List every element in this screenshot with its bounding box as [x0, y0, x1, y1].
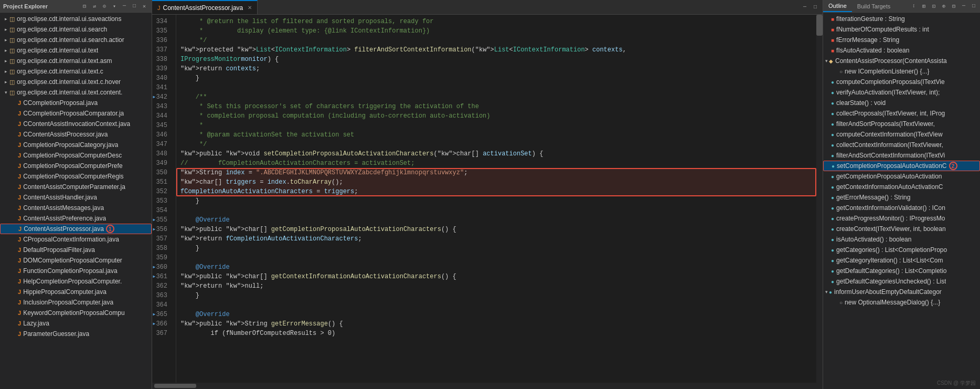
editor-tab-active[interactable]: J ContentAssistProcessor.java ✕	[152, 0, 258, 14]
outline-item[interactable]: ▾●informUserAboutEmptyDefaultCategor	[823, 287, 980, 297]
outline-item[interactable]: ●computeContextInformation(ITextView	[823, 129, 980, 140]
outline-item[interactable]: ○new OptionalMessageDialog() {...}	[823, 297, 980, 308]
tree-item[interactable]: JContentAssistHandler.java	[0, 192, 152, 203]
outline-item[interactable]: ●computeCompletionProposals(ITextVie	[823, 77, 980, 87]
outline-tree: ■fIterationGesture : String■fNumberOfCom…	[823, 13, 980, 389]
outline-item[interactable]: ■fErrorMessage : String	[823, 35, 980, 45]
code-line: * @return the list of filtered and sorte…	[180, 17, 816, 26]
outline-item[interactable]: ●createContext(ITextViewer, int, boolean	[823, 224, 980, 234]
tree-item[interactable]: JContentAssistMessages.java	[0, 203, 152, 213]
tree-item[interactable]: JCompletionProposalCategory.java	[0, 140, 152, 150]
outline-item[interactable]: ●getDefaultCategoriesUnchecked() : List	[823, 276, 980, 287]
outline-item-icon: ●	[831, 121, 834, 127]
outline-item-label: fIterationGesture : String	[836, 15, 905, 23]
outline-item[interactable]: ●getContextInformationValidator() : ICon	[823, 203, 980, 213]
outline-item[interactable]: ●getCompletionProposalAutoActivation	[823, 171, 980, 182]
outline-item[interactable]: ●clearState() : void	[823, 98, 980, 108]
editor-minimize-icon[interactable]: ─	[801, 3, 809, 12]
outline-item[interactable]: ■fNumberOfComputedResults : int	[823, 24, 980, 35]
tree-item[interactable]: JDOMCompletionProposalComputer	[0, 255, 152, 266]
outline-item[interactable]: ●createProgressMonitor() : IProgressMo	[823, 213, 980, 224]
outline-expand-all-icon[interactable]: ⊕	[940, 2, 948, 10]
link-editor-icon[interactable]: ⇌	[90, 2, 99, 10]
outline-item-label: getContextInformationValidator() : ICon	[836, 204, 945, 212]
tree-item[interactable]: JHelpCompletionProposalComputer.	[0, 276, 152, 287]
editor-scrollbar[interactable]	[816, 15, 823, 383]
editor-tab-close[interactable]: ✕	[248, 5, 252, 10]
outline-maximize-icon[interactable]: □	[970, 2, 978, 10]
outline-item[interactable]: ●isAutoActivated() : boolean	[823, 234, 980, 245]
outline-hide-static-icon[interactable]: ⊡	[930, 2, 938, 10]
maximize-icon[interactable]: □	[130, 2, 139, 10]
outline-item[interactable]: ○new ICompletionListener() {...}	[823, 66, 980, 77]
line-number: ▸360	[152, 262, 172, 272]
tree-item[interactable]: ▸◫org.eclipse.cdt.internal.ui.search	[0, 24, 152, 35]
outline-item[interactable]: ●collectContextInformation(ITextViewer,	[823, 140, 980, 150]
tree-item[interactable]: ▸◫org.eclipse.cdt.internal.ui.text.asm	[0, 56, 152, 66]
tree-item[interactable]: JKeywordCompletionProposalCompu	[0, 308, 152, 318]
tree-expand-arrow: ▸	[2, 79, 9, 85]
minimize-icon[interactable]: ─	[120, 2, 129, 10]
editor-maximize-icon[interactable]: □	[811, 3, 819, 12]
tree-item[interactable]: JInclusionProposalComputer.java	[0, 297, 152, 308]
outline-item[interactable]: ●getCategories() : List<CompletionPropo	[823, 245, 980, 255]
tree-item[interactable]: JCContentAssistProcessor.java	[0, 129, 152, 140]
tree-expand-arrow: ▾	[2, 90, 9, 95]
menu-icon[interactable]: ▾	[110, 2, 119, 10]
tree-item[interactable]: ▸◫org.eclipse.cdt.internal.ui.text	[0, 45, 152, 56]
tree-item[interactable]: ▸◫org.eclipse.cdt.internal.ui.search.act…	[0, 35, 152, 45]
outline-item-label: createContext(ITextViewer, int, boolean	[836, 225, 946, 233]
tree-item[interactable]: JCCompletionProposalComparator.ja	[0, 108, 152, 119]
editor-hscrollbar[interactable]	[152, 383, 823, 389]
outline-collapse-all-icon[interactable]: ⊟	[950, 2, 958, 10]
outline-item[interactable]: ●getCategoryIteration() : List<List<Com	[823, 255, 980, 266]
outline-item[interactable]: ●getContextInformationAutoActivationC	[823, 182, 980, 192]
tree-item[interactable]: JContentAssistProcessor.java1	[0, 224, 152, 234]
tree-item[interactable]: ▸◫org.eclipse.cdt.internal.ui.saveaction…	[0, 14, 152, 24]
outline-item[interactable]: ■fIsAutoActivated : boolean	[823, 45, 980, 56]
outline-item[interactable]: ●collectProposals(ITextViewer, int, IPro…	[823, 108, 980, 119]
tree-item[interactable]: JContentAssistPreference.java	[0, 213, 152, 224]
outline-item-label: computeCompletionProposals(ITextVie	[836, 78, 945, 86]
outline-item[interactable]: ●verifyAutoActivation(ITextViewer, int);	[823, 87, 980, 98]
outline-minimize-icon[interactable]: ─	[960, 2, 968, 10]
tree-item[interactable]: JHippieProposalComputer.java	[0, 287, 152, 297]
tree-item[interactable]: JCompletionProposalComputerRegis	[0, 171, 152, 182]
tree-item[interactable]: JCompletionProposalComputerDesc	[0, 150, 152, 161]
outline-item[interactable]: ●setCompletionProposalAutoActivationC2	[823, 161, 980, 171]
tab-outline[interactable]: Outline	[823, 0, 852, 12]
collapse-all-icon[interactable]: ⊟	[80, 2, 89, 10]
outline-hide-fields-icon[interactable]: ⊞	[920, 2, 928, 10]
outline-item[interactable]: ●getErrorMessage() : String	[823, 192, 980, 203]
java-file-icon: J	[18, 205, 21, 211]
outline-item[interactable]: ■fIterationGesture : String	[823, 14, 980, 24]
package-icon: ◫	[9, 37, 15, 44]
tree-item[interactable]: JFunctionCompletionProposal.java	[0, 266, 152, 276]
filter-icon[interactable]: ⊙	[100, 2, 109, 10]
outline-sort-icon[interactable]: ↕	[910, 2, 918, 10]
tree-item[interactable]: JContentAssistComputerParameter.ja	[0, 182, 152, 192]
close-panel-icon[interactable]: ✕	[140, 2, 148, 10]
outline-item[interactable]: ●filterAndSortProposals(ITextViewer,	[823, 119, 980, 129]
tree-item[interactable]: JCompletionProposalComputerPrefe	[0, 161, 152, 171]
outline-item[interactable]: ▾◆ContentAssistProcessor(ContentAssista	[823, 56, 980, 66]
code-line: "kw">return fCompletionAutoActivationCha…	[180, 234, 816, 244]
tab-build-targets[interactable]: Build Targets	[852, 0, 896, 12]
tree-item[interactable]: ▾◫org.eclipse.cdt.internal.ui.text.conte…	[0, 87, 152, 98]
outline-item[interactable]: ●filterAndSortContextInformation(ITextVi	[823, 150, 980, 161]
watermark: CSDN @ 学梦园	[937, 380, 976, 387]
tree-item[interactable]: ▸◫org.eclipse.cdt.internal.ui.text.c	[0, 66, 152, 77]
tree-item[interactable]: JDefaultProposalFilter.java	[0, 245, 152, 255]
outline-item-label: clearState() : void	[836, 99, 886, 107]
tree-item[interactable]: JLazy.java	[0, 318, 152, 329]
tree-item[interactable]: JParameterGuesser.java	[0, 329, 152, 339]
comment-text: * @return the list of filtered and sorte…	[180, 17, 433, 26]
outline-item[interactable]: ●getDefaultCategories() : List<Completio	[823, 266, 980, 276]
tree-item[interactable]: JCContentAssistInvocationContext.java	[0, 119, 152, 129]
tree-item[interactable]: ▸◫org.eclipse.cdt.internal.ui.text.c.hov…	[0, 77, 152, 87]
tree-item[interactable]: JCProposalContextInformation.java	[0, 234, 152, 245]
tree-item[interactable]: JCCompletionProposal.java	[0, 98, 152, 108]
code-line: "kw">public "kw">void setCompletionPropo…	[180, 149, 816, 159]
tree-item-label: ContentAssistProcessor.java	[24, 225, 104, 233]
code-content[interactable]: * @return the list of filtered and sorte…	[176, 15, 816, 383]
